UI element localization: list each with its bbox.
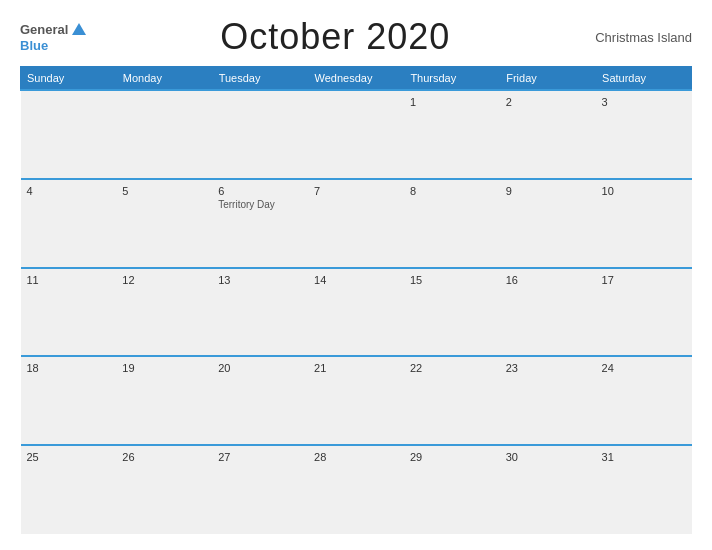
calendar-week-row: 11121314151617 bbox=[21, 268, 692, 357]
calendar-week-row: 18192021222324 bbox=[21, 356, 692, 445]
calendar-cell bbox=[116, 90, 212, 179]
calendar-cell: 4 bbox=[21, 179, 117, 268]
day-number: 27 bbox=[218, 451, 302, 463]
location-label: Christmas Island bbox=[582, 30, 692, 45]
calendar-cell: 22 bbox=[404, 356, 500, 445]
calendar-cell: 26 bbox=[116, 445, 212, 534]
calendar-cell: 30 bbox=[500, 445, 596, 534]
calendar-cell: 5 bbox=[116, 179, 212, 268]
calendar-cell: 21 bbox=[308, 356, 404, 445]
calendar-body: 123456Territory Day789101112131415161718… bbox=[21, 90, 692, 534]
day-number: 17 bbox=[602, 274, 686, 286]
calendar-cell bbox=[212, 90, 308, 179]
day-header-monday: Monday bbox=[116, 67, 212, 91]
calendar-header: General Blue October 2020 Christmas Isla… bbox=[20, 16, 692, 58]
day-number: 11 bbox=[27, 274, 111, 286]
calendar-cell: 7 bbox=[308, 179, 404, 268]
day-number: 30 bbox=[506, 451, 590, 463]
day-number: 5 bbox=[122, 185, 206, 197]
calendar-cell: 23 bbox=[500, 356, 596, 445]
calendar-cell: 6Territory Day bbox=[212, 179, 308, 268]
calendar-cell: 14 bbox=[308, 268, 404, 357]
calendar-cell: 24 bbox=[596, 356, 692, 445]
day-number: 29 bbox=[410, 451, 494, 463]
calendar-table: SundayMondayTuesdayWednesdayThursdayFrid… bbox=[20, 66, 692, 534]
day-number: 7 bbox=[314, 185, 398, 197]
calendar-week-row: 25262728293031 bbox=[21, 445, 692, 534]
day-number: 21 bbox=[314, 362, 398, 374]
day-number: 14 bbox=[314, 274, 398, 286]
calendar-cell: 13 bbox=[212, 268, 308, 357]
calendar-cell: 27 bbox=[212, 445, 308, 534]
day-number: 9 bbox=[506, 185, 590, 197]
day-number: 25 bbox=[27, 451, 111, 463]
day-number: 19 bbox=[122, 362, 206, 374]
logo-general-text: General bbox=[20, 23, 68, 37]
calendar-cell: 25 bbox=[21, 445, 117, 534]
logo: General Blue bbox=[20, 21, 88, 53]
day-header-saturday: Saturday bbox=[596, 67, 692, 91]
day-header-thursday: Thursday bbox=[404, 67, 500, 91]
calendar-week-row: 456Territory Day78910 bbox=[21, 179, 692, 268]
calendar-week-row: 123 bbox=[21, 90, 692, 179]
calendar-cell bbox=[308, 90, 404, 179]
day-number: 12 bbox=[122, 274, 206, 286]
calendar-cell: 11 bbox=[21, 268, 117, 357]
day-number: 2 bbox=[506, 96, 590, 108]
day-number: 24 bbox=[602, 362, 686, 374]
day-number: 18 bbox=[27, 362, 111, 374]
day-number: 22 bbox=[410, 362, 494, 374]
calendar-cell: 31 bbox=[596, 445, 692, 534]
day-number: 28 bbox=[314, 451, 398, 463]
calendar-cell: 16 bbox=[500, 268, 596, 357]
calendar-cell: 18 bbox=[21, 356, 117, 445]
day-number: 1 bbox=[410, 96, 494, 108]
month-title: October 2020 bbox=[88, 16, 582, 58]
calendar-cell: 17 bbox=[596, 268, 692, 357]
calendar-cell bbox=[21, 90, 117, 179]
svg-marker-0 bbox=[72, 23, 86, 35]
calendar-cell: 12 bbox=[116, 268, 212, 357]
calendar-header-row: SundayMondayTuesdayWednesdayThursdayFrid… bbox=[21, 67, 692, 91]
calendar-cell: 10 bbox=[596, 179, 692, 268]
day-number: 13 bbox=[218, 274, 302, 286]
day-header-friday: Friday bbox=[500, 67, 596, 91]
calendar-cell: 19 bbox=[116, 356, 212, 445]
day-event: Territory Day bbox=[218, 199, 302, 210]
day-number: 31 bbox=[602, 451, 686, 463]
day-number: 15 bbox=[410, 274, 494, 286]
day-header-wednesday: Wednesday bbox=[308, 67, 404, 91]
calendar-cell: 9 bbox=[500, 179, 596, 268]
day-number: 10 bbox=[602, 185, 686, 197]
calendar-cell: 1 bbox=[404, 90, 500, 179]
day-number: 16 bbox=[506, 274, 590, 286]
day-number: 26 bbox=[122, 451, 206, 463]
calendar-cell: 20 bbox=[212, 356, 308, 445]
calendar-cell: 28 bbox=[308, 445, 404, 534]
day-number: 23 bbox=[506, 362, 590, 374]
day-number: 3 bbox=[602, 96, 686, 108]
logo-blue-text: Blue bbox=[20, 39, 48, 53]
day-number: 20 bbox=[218, 362, 302, 374]
calendar-cell: 8 bbox=[404, 179, 500, 268]
day-header-sunday: Sunday bbox=[21, 67, 117, 91]
day-number: 8 bbox=[410, 185, 494, 197]
calendar-cell: 3 bbox=[596, 90, 692, 179]
calendar-cell: 15 bbox=[404, 268, 500, 357]
logo-icon bbox=[70, 21, 88, 39]
day-number: 4 bbox=[27, 185, 111, 197]
day-number: 6 bbox=[218, 185, 302, 197]
calendar-cell: 2 bbox=[500, 90, 596, 179]
calendar-cell: 29 bbox=[404, 445, 500, 534]
day-header-tuesday: Tuesday bbox=[212, 67, 308, 91]
